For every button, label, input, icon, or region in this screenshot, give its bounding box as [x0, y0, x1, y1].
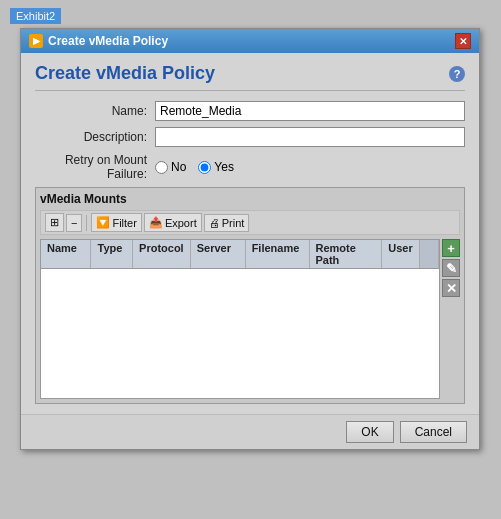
col-remotepath: Remote Path [310, 240, 383, 268]
export-label: Export [165, 217, 197, 229]
retry-row: Retry on Mount Failure: No Yes [35, 153, 465, 181]
col-name: Name [41, 240, 91, 268]
retry-no-label: No [171, 160, 186, 174]
filter-label: Filter [112, 217, 136, 229]
dialog-heading: Create vMedia Policy ? [35, 63, 465, 91]
cancel-button[interactable]: Cancel [400, 421, 467, 443]
table-header: Name Type Protocol Server Filename Remot… [41, 240, 439, 269]
col-user: User [382, 240, 419, 268]
title-icon: ▶ [29, 34, 43, 48]
description-input[interactable] [155, 127, 465, 147]
ok-button[interactable]: OK [346, 421, 393, 443]
export-icon: 📤 [149, 216, 163, 229]
close-button[interactable]: ✕ [455, 33, 471, 49]
col-extra [420, 240, 439, 268]
side-delete-button[interactable]: ✕ [442, 279, 460, 297]
remove-icon: − [71, 217, 77, 229]
desktop: Exhibit2 ▶ Create vMedia Policy ✕ Create… [0, 0, 501, 519]
name-row: Name: [35, 101, 465, 121]
retry-yes-option[interactable]: Yes [198, 160, 234, 174]
retry-label: Retry on Mount Failure: [35, 153, 155, 181]
table-body [41, 269, 439, 389]
taskbar-label: Exhibit2 [10, 8, 61, 24]
retry-yes-radio[interactable] [198, 161, 211, 174]
dialog-body: Create vMedia Policy ? Name: Description… [21, 53, 479, 414]
filter-button[interactable]: 🔽 Filter [91, 213, 141, 232]
print-icon: 🖨 [209, 217, 220, 229]
dialog-titlebar: ▶ Create vMedia Policy ✕ [21, 29, 479, 53]
print-button[interactable]: 🖨 Print [204, 214, 250, 232]
name-label: Name: [35, 104, 155, 118]
col-protocol: Protocol [133, 240, 191, 268]
vmedia-toolbar: ⊞ − 🔽 Filter 📤 Export 🖨 [40, 210, 460, 235]
vmedia-table: Name Type Protocol Server Filename Remot… [40, 239, 440, 399]
export-button[interactable]: 📤 Export [144, 213, 202, 232]
toolbar-separator-1 [86, 215, 87, 231]
retry-radio-group: No Yes [155, 160, 234, 174]
remove-button[interactable]: − [66, 214, 82, 232]
vmedia-section: vMedia Mounts ⊞ − 🔽 Filter 📤 [35, 187, 465, 404]
dialog-footer: OK Cancel [21, 414, 479, 449]
heading-title: Create vMedia Policy [35, 63, 215, 84]
dialog-title: Create vMedia Policy [48, 34, 168, 48]
title-icon-symbol: ▶ [33, 36, 40, 46]
col-filename: Filename [246, 240, 310, 268]
add-button[interactable]: ⊞ [45, 213, 64, 232]
filter-icon: 🔽 [96, 216, 110, 229]
print-label: Print [222, 217, 245, 229]
retry-no-radio[interactable] [155, 161, 168, 174]
col-server: Server [191, 240, 246, 268]
retry-no-option[interactable]: No [155, 160, 186, 174]
name-input[interactable] [155, 101, 465, 121]
dialog: ▶ Create vMedia Policy ✕ Create vMedia P… [20, 28, 480, 450]
side-buttons: + ✎ ✕ [442, 239, 460, 399]
description-row: Description: [35, 127, 465, 147]
col-type: Type [91, 240, 133, 268]
retry-yes-label: Yes [214, 160, 234, 174]
add-icon: ⊞ [50, 216, 59, 229]
description-label: Description: [35, 130, 155, 144]
help-icon[interactable]: ? [449, 66, 465, 82]
titlebar-left: ▶ Create vMedia Policy [29, 34, 168, 48]
side-edit-button[interactable]: ✎ [442, 259, 460, 277]
vmedia-title: vMedia Mounts [40, 192, 460, 206]
side-add-button[interactable]: + [442, 239, 460, 257]
